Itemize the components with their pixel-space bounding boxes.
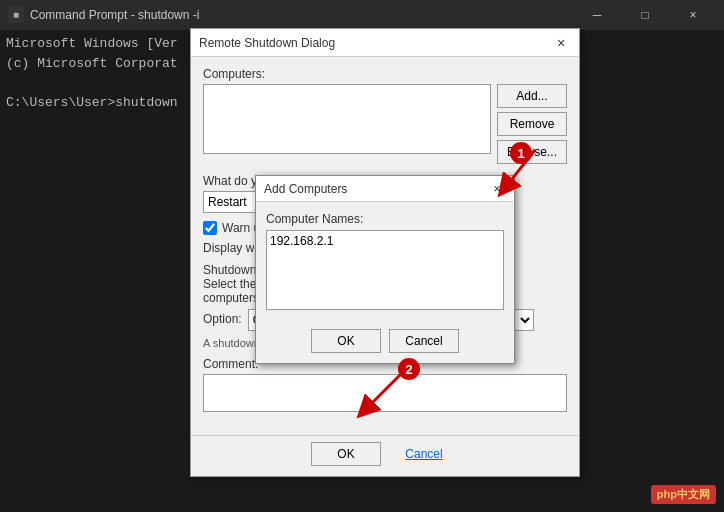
- browse-button[interactable]: Browse...: [497, 140, 567, 164]
- add-dialog-title: Add Computers: [264, 182, 347, 196]
- add-dialog-body: Computer Names: 192.168.2.1: [256, 202, 514, 323]
- cmd-icon: ■: [8, 7, 24, 23]
- cmd-minimize-button[interactable]: ─: [574, 0, 620, 30]
- display-label: Display w: [203, 241, 254, 255]
- cmd-window-buttons: ─ □ ×: [574, 0, 716, 30]
- step-1-badge: 1: [510, 142, 532, 164]
- cmd-title: Command Prompt - shutdown -i: [30, 8, 568, 22]
- php-text: php: [657, 488, 677, 500]
- remote-ok-button[interactable]: OK: [311, 442, 381, 466]
- cmd-titlebar: ■ Command Prompt - shutdown -i ─ □ ×: [0, 0, 724, 30]
- step-2-badge: 2: [398, 358, 420, 380]
- cmd-close-button[interactable]: ×: [670, 0, 716, 30]
- computer-names-label: Computer Names:: [266, 212, 504, 226]
- add-dialog-titlebar: Add Computers ×: [256, 176, 514, 202]
- remote-dialog-close-button[interactable]: ×: [551, 34, 571, 52]
- computers-textarea[interactable]: [203, 84, 491, 154]
- remote-cancel-button[interactable]: Cancel: [389, 442, 459, 466]
- comment-section: Comment:: [203, 357, 567, 415]
- php-suffix: 中文网: [677, 488, 710, 500]
- remote-dialog-footer: OK Cancel: [191, 435, 579, 476]
- computers-label: Computers:: [203, 67, 567, 81]
- add-button[interactable]: Add...: [497, 84, 567, 108]
- comment-textarea[interactable]: [203, 374, 567, 412]
- add-ok-button[interactable]: OK: [311, 329, 381, 353]
- remove-button[interactable]: Remove: [497, 112, 567, 136]
- remote-dialog-titlebar: Remote Shutdown Dialog ×: [191, 29, 579, 57]
- add-dialog-footer: OK Cancel: [256, 323, 514, 363]
- add-computers-dialog: Add Computers × Computer Names: 192.168.…: [255, 175, 515, 364]
- computers-buttons: Add... Remove Browse...: [497, 84, 567, 164]
- remote-dialog-title: Remote Shutdown Dialog: [199, 36, 335, 50]
- option-label: Option:: [203, 312, 242, 326]
- add-cancel-button[interactable]: Cancel: [389, 329, 459, 353]
- php-watermark: php中文网: [651, 485, 716, 504]
- cmd-maximize-button[interactable]: □: [622, 0, 668, 30]
- add-dialog-close-button[interactable]: ×: [488, 181, 506, 197]
- computer-names-textarea[interactable]: 192.168.2.1: [266, 230, 504, 310]
- warn-checkbox[interactable]: [203, 221, 217, 235]
